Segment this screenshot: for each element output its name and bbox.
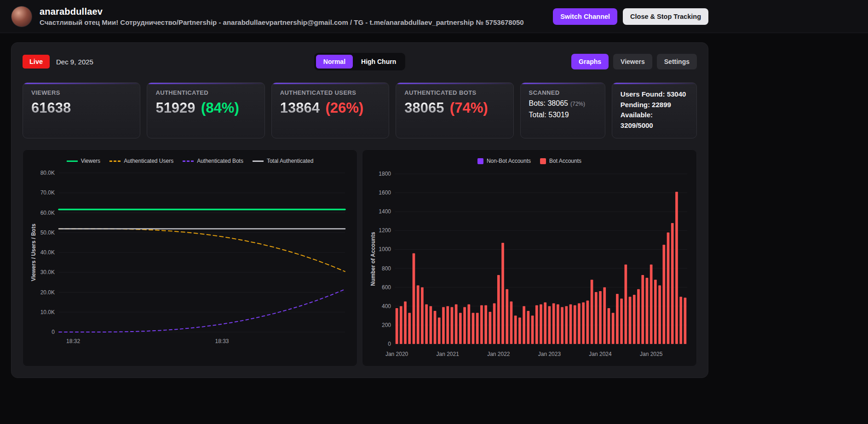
session-date: Dec 9, 2025 — [56, 58, 93, 66]
svg-text:Jan 2025: Jan 2025 — [640, 351, 663, 357]
svg-text:70.0K: 70.0K — [40, 189, 55, 196]
stat-label: SCANNED — [529, 89, 597, 96]
close-stop-tracking-button[interactable]: Close & Stop Tracking — [623, 8, 708, 25]
svg-text:1000: 1000 — [379, 246, 391, 252]
channel-info: anarabdullaev Счастливый отец Мии! Сотру… — [40, 6, 524, 26]
scanned-bots-percent: (72%) — [570, 101, 585, 107]
svg-text:1400: 1400 — [379, 208, 391, 215]
legend-item[interactable]: Total Authenticated — [253, 158, 313, 164]
svg-text:30.0K: 30.0K — [40, 269, 55, 275]
line-chart-panel: ViewersAuthenticated UsersAuthenticated … — [23, 149, 357, 367]
svg-text:Jan 2020: Jan 2020 — [385, 351, 408, 357]
mode-normal-button[interactable]: Normal — [316, 55, 353, 69]
legend-item[interactable]: Authenticated Users — [109, 158, 173, 164]
legend-swatch — [183, 160, 194, 162]
legend-item[interactable]: Viewers — [67, 158, 100, 164]
mode-high-churn-button[interactable]: High Churn — [354, 55, 403, 69]
legend-label: Viewers — [81, 158, 100, 164]
app-header: anarabdullaev Счастливый отец Мии! Сотру… — [0, 0, 868, 33]
switch-channel-button[interactable]: Switch Channel — [553, 8, 617, 25]
svg-text:800: 800 — [382, 265, 391, 272]
stat-card-authenticated: AUTHENTICATED 51929 (84%) — [147, 82, 264, 138]
svg-text:Viewers / Users / Bots: Viewers / Users / Bots — [30, 223, 37, 281]
viewers-line-chart: 010.0K20.0K30.0K40.0K50.0K60.0K70.0K80.0… — [29, 167, 351, 361]
svg-text:80.0K: 80.0K — [40, 170, 55, 176]
scanned-bots-line: Bots: 38065(72%) — [529, 99, 597, 108]
legend-swatch — [253, 160, 264, 162]
svg-text:Jan 2024: Jan 2024 — [589, 351, 612, 357]
churn-mode-toggle: Normal High Churn — [314, 53, 405, 70]
charts-row: ViewersAuthenticated UsersAuthenticated … — [23, 149, 697, 367]
stat-value: 13864 — [280, 100, 320, 116]
legend-swatch — [477, 158, 483, 164]
stat-label: VIEWERS — [31, 89, 132, 96]
legend-label: Bot Accounts — [549, 158, 581, 164]
stat-percent: (26%) — [325, 100, 363, 116]
stat-label: AUTHENTICATED USERS — [280, 89, 380, 96]
legend-item[interactable]: Authenticated Bots — [183, 158, 243, 164]
pending-line: Pending: 22899 — [621, 100, 688, 110]
svg-text:Number of Accounts: Number of Accounts — [370, 232, 376, 286]
tab-settings[interactable]: Settings — [657, 54, 697, 69]
live-status-badge: Live — [23, 55, 50, 69]
svg-text:18:33: 18:33 — [215, 338, 229, 344]
svg-text:1200: 1200 — [379, 227, 391, 234]
svg-text:0: 0 — [52, 329, 55, 335]
svg-text:Jan 2023: Jan 2023 — [538, 351, 561, 357]
legend-swatch — [540, 158, 546, 164]
svg-text:1600: 1600 — [379, 189, 391, 196]
tab-viewers[interactable]: Viewers — [613, 54, 652, 69]
available-label: Available: — [621, 110, 688, 120]
toolbar-right: Graphs Viewers Settings — [405, 54, 697, 69]
tab-graphs[interactable]: Graphs — [571, 54, 609, 69]
toolbar: Live Dec 9, 2025 Normal High Churn Graph… — [23, 53, 697, 70]
channel-description: Счастливый отец Мии! Сотрудничество/Part… — [40, 18, 524, 26]
svg-text:0: 0 — [388, 341, 391, 347]
users-found-line: Users Found: 53040 — [621, 89, 688, 100]
toolbar-left: Live Dec 9, 2025 — [23, 55, 314, 69]
legend-label: Total Authenticated — [267, 158, 313, 164]
bar-chart-legend: Non-Bot AccountsBot Accounts — [368, 155, 691, 167]
svg-text:Jan 2022: Jan 2022 — [487, 351, 510, 357]
legend-label: Authenticated Users — [124, 158, 173, 164]
stat-label: AUTHENTICATED — [155, 89, 256, 96]
legend-label: Non-Bot Accounts — [487, 158, 531, 164]
scanned-total-line: Total: 53019 — [529, 111, 597, 119]
svg-text:200: 200 — [382, 322, 391, 328]
svg-text:60.0K: 60.0K — [40, 210, 55, 216]
stat-card-viewers: VIEWERS 61638 — [23, 82, 140, 138]
svg-text:40.0K: 40.0K — [40, 249, 55, 256]
svg-text:10.0K: 10.0K — [40, 309, 55, 315]
stat-value: 61638 — [31, 100, 71, 116]
svg-text:20.0K: 20.0K — [40, 289, 55, 296]
svg-text:18:32: 18:32 — [66, 338, 80, 344]
accounts-bar-chart: 020040060080010001200140016001800Jan 202… — [368, 167, 691, 361]
bar-chart-panel: Non-Bot AccountsBot Accounts 02004006008… — [362, 149, 697, 367]
stats-row: VIEWERS 61638 AUTHENTICATED 51929 (84%) … — [23, 82, 697, 138]
svg-text:50.0K: 50.0K — [40, 229, 55, 236]
stat-label: AUTHENTICATED BOTS — [404, 89, 505, 96]
legend-item[interactable]: Non-Bot Accounts — [477, 158, 531, 164]
dashboard-panel: Live Dec 9, 2025 Normal High Churn Graph… — [11, 42, 708, 378]
available-value: 3209/5000 — [621, 120, 688, 131]
avatar — [11, 6, 32, 27]
legend-swatch — [67, 160, 78, 162]
stat-card-summary: Users Found: 53040 Pending: 22899 Availa… — [612, 82, 697, 138]
header-actions: Switch Channel Close & Stop Tracking — [553, 8, 708, 25]
legend-item[interactable]: Bot Accounts — [540, 158, 581, 164]
stat-percent: (74%) — [450, 100, 488, 116]
stat-percent: (84%) — [201, 100, 239, 116]
header-inner: anarabdullaev Счастливый отец Мии! Сотру… — [11, 6, 708, 27]
legend-swatch — [109, 160, 121, 162]
legend-label: Authenticated Bots — [197, 158, 243, 164]
stat-card-scanned: SCANNED Bots: 38065(72%) Total: 53019 — [520, 82, 605, 138]
stat-value: 38065 — [404, 100, 444, 116]
stat-value: 51929 — [155, 100, 195, 116]
stat-card-authenticated-bots: AUTHENTICATED BOTS 38065 (74%) — [396, 82, 513, 138]
svg-text:Jan 2021: Jan 2021 — [437, 351, 460, 357]
svg-text:600: 600 — [382, 284, 391, 291]
channel-username: anarabdullaev — [40, 6, 524, 17]
stat-card-authenticated-users: AUTHENTICATED USERS 13864 (26%) — [271, 82, 389, 138]
line-chart-legend: ViewersAuthenticated UsersAuthenticated … — [29, 155, 351, 167]
svg-text:1800: 1800 — [379, 171, 391, 177]
